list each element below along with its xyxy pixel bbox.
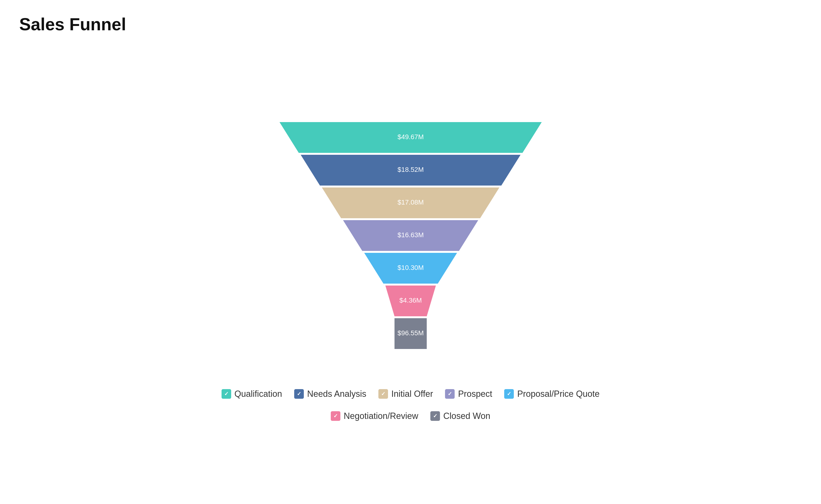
funnel-label-0: $49.67M <box>397 133 424 141</box>
legend-label-needs-analysis: Needs Analysis <box>307 389 366 399</box>
legend-check-needs-analysis: ✓ <box>294 389 304 399</box>
legend-check-prospect: ✓ <box>445 389 455 399</box>
funnel-svg: $49.67M$18.52M$17.08M$16.63M$10.30M$4.36… <box>218 122 603 374</box>
page-title: Sales Funnel <box>19 14 802 34</box>
legend-label-prospect: Prospect <box>458 389 492 399</box>
funnel-label-2: $17.08M <box>397 199 424 206</box>
legend-check-closed-won: ✓ <box>430 411 440 421</box>
legend-check-negotiation-review: ✓ <box>331 411 340 421</box>
chart-container: $49.67M$18.52M$17.08M$16.63M$10.30M$4.36… <box>19 53 802 490</box>
funnel-wrapper: $49.67M$18.52M$17.08M$16.63M$10.30M$4.36… <box>218 122 603 421</box>
legend-item-needs-analysis: ✓Needs Analysis <box>294 389 366 399</box>
legend-label-proposal-price-quote: Proposal/Price Quote <box>517 389 599 399</box>
legend-check-initial-offer: ✓ <box>378 389 388 399</box>
funnel-label-6: $96.55M <box>397 329 424 337</box>
funnel-label-1: $18.52M <box>397 166 424 173</box>
funnel-label-3: $16.63M <box>397 231 424 239</box>
legend-label-closed-won: Closed Won <box>443 411 490 421</box>
funnel-label-5: $4.36M <box>399 297 422 304</box>
legend: ✓Qualification✓Needs Analysis✓Initial Of… <box>218 389 603 421</box>
legend-check-qualification: ✓ <box>222 389 231 399</box>
legend-item-negotiation-review: ✓Negotiation/Review <box>331 411 418 421</box>
legend-label-negotiation-review: Negotiation/Review <box>344 411 418 421</box>
legend-item-qualification: ✓Qualification <box>222 389 282 399</box>
legend-item-initial-offer: ✓Initial Offer <box>378 389 433 399</box>
legend-item-prospect: ✓Prospect <box>445 389 492 399</box>
legend-item-closed-won: ✓Closed Won <box>430 411 490 421</box>
legend-label-initial-offer: Initial Offer <box>391 389 433 399</box>
legend-label-qualification: Qualification <box>235 389 282 399</box>
funnel-label-4: $10.30M <box>397 264 424 271</box>
legend-item-proposal-price-quote: ✓Proposal/Price Quote <box>504 389 599 399</box>
legend-check-proposal-price-quote: ✓ <box>504 389 514 399</box>
